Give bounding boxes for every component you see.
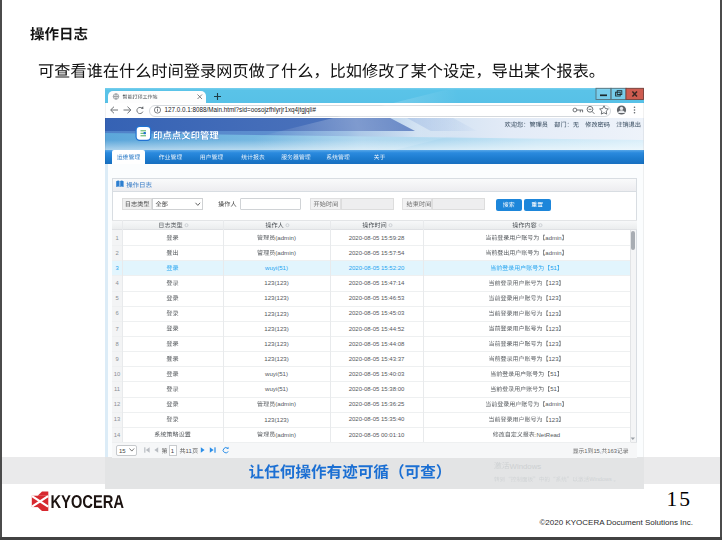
svg-text:8: 8 [115, 341, 118, 347]
svg-text:123(123): 123(123) [264, 310, 288, 317]
svg-text:15: 15 [119, 448, 126, 454]
svg-text:9: 9 [115, 356, 118, 362]
svg-text:123(123): 123(123) [264, 355, 288, 362]
svg-text:2020-08-05 15:35:40: 2020-08-05 15:35:40 [349, 416, 405, 422]
svg-text:51: 51 [550, 265, 557, 271]
svg-text:2020-08-05 15:46:53: 2020-08-05 15:46:53 [349, 295, 405, 301]
svg-text:4: 4 [115, 280, 119, 286]
svg-text:11: 11 [186, 448, 193, 454]
svg-text:5: 5 [115, 295, 118, 301]
svg-text:123(123): 123(123) [264, 416, 288, 423]
svg-text:2020-08-05 15:44:52: 2020-08-05 15:44:52 [349, 326, 405, 332]
svg-text:51: 51 [550, 386, 557, 392]
svg-text:2020-08-05 15:40:03: 2020-08-05 15:40:03 [349, 371, 405, 377]
svg-text:6: 6 [115, 310, 118, 316]
svg-text:123(123): 123(123) [264, 294, 288, 301]
svg-text:wuyi(51): wuyi(51) [264, 370, 288, 377]
svg-text:123: 123 [549, 356, 560, 362]
svg-text:11: 11 [114, 386, 120, 392]
svg-text:Windows: Windows [510, 462, 542, 471]
svg-text:2020-08-05 15:45:03: 2020-08-05 15:45:03 [349, 310, 405, 316]
svg-text:7: 7 [115, 326, 118, 332]
svg-text:123(123): 123(123) [264, 340, 288, 347]
svg-text:(admin): (admin) [275, 249, 296, 256]
svg-text:admin: admin [545, 235, 561, 241]
svg-text:2020-08-05 15:44:08: 2020-08-05 15:44:08 [349, 341, 405, 347]
svg-text:©2020 KYOCERA Document Solutio: ©2020 KYOCERA Document Solutions Inc. [539, 518, 693, 527]
svg-text:2020-08-05 15:38:00: 2020-08-05 15:38:00 [349, 386, 405, 392]
svg-text:(admin): (admin) [275, 400, 296, 407]
svg-text:123: 123 [549, 341, 560, 347]
svg-text::NetRead: :NetRead [535, 432, 560, 438]
svg-text:123: 123 [549, 295, 560, 301]
svg-text:123: 123 [549, 280, 560, 286]
svg-text:123(123): 123(123) [264, 279, 288, 286]
svg-text:127.0.0.1:8088/Main.html?sid=o: 127.0.0.1:8088/Main.html?sid=oosojzfhlyr… [165, 106, 317, 114]
svg-text:admin: admin [545, 250, 561, 256]
svg-text:13: 13 [114, 416, 120, 422]
svg-text:123(123): 123(123) [264, 325, 288, 332]
svg-text:wuyi(51): wuyi(51) [264, 264, 288, 271]
svg-text:2020-08-05 15:47:14: 2020-08-05 15:47:14 [349, 280, 405, 286]
svg-text:2020-08-05 15:57:54: 2020-08-05 15:57:54 [349, 250, 405, 256]
svg-text:2020-08-05 15:52:20: 2020-08-05 15:52:20 [349, 265, 405, 271]
svg-text:2020-08-05 15:36:25: 2020-08-05 15:36:25 [349, 401, 405, 407]
svg-text:1: 1 [584, 448, 587, 454]
svg-text:1: 1 [171, 448, 175, 454]
svg-text:15,: 15, [593, 448, 601, 454]
svg-text:123: 123 [549, 326, 560, 332]
svg-text:(admin): (admin) [275, 234, 296, 241]
svg-text:2020-08-05 15:43:37: 2020-08-05 15:43:37 [349, 356, 405, 362]
svg-text:Windows: Windows [589, 476, 612, 482]
svg-text:51: 51 [550, 371, 557, 377]
svg-text:2: 2 [115, 250, 118, 256]
svg-text:12: 12 [114, 401, 120, 407]
svg-text:14: 14 [114, 432, 121, 438]
svg-text:2020-08-05 00:01:10: 2020-08-05 00:01:10 [349, 432, 405, 438]
svg-text:wuyi(51): wuyi(51) [264, 385, 288, 392]
svg-text:15: 15 [667, 487, 693, 511]
svg-text:123: 123 [549, 311, 560, 317]
svg-text:2020-08-05 15:59:28: 2020-08-05 15:59:28 [349, 235, 405, 241]
svg-text:163: 163 [607, 448, 617, 454]
svg-text:(admin): (admin) [275, 431, 296, 438]
svg-text:123: 123 [549, 417, 560, 423]
svg-text:10: 10 [114, 371, 120, 377]
svg-text:3: 3 [115, 265, 118, 271]
svg-text:admin: admin [545, 401, 561, 407]
svg-text:1: 1 [115, 235, 118, 241]
